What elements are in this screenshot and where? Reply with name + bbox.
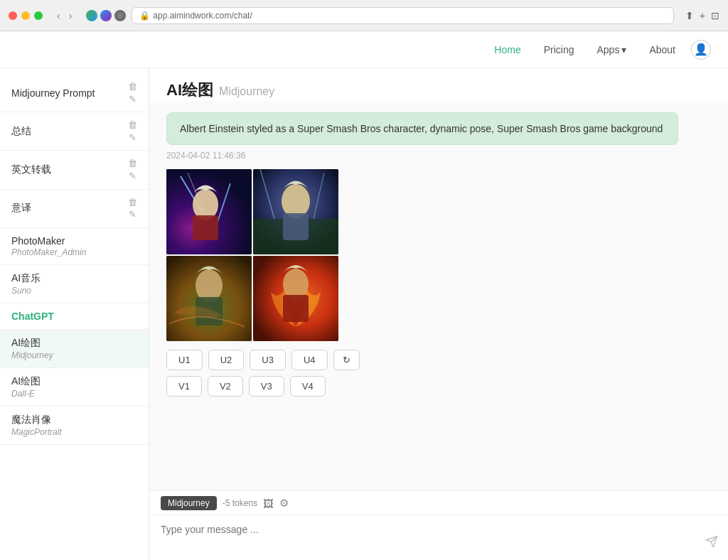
sidebar-item-magic-portrait[interactable]: 魔法肖像 MagicPortrait [0,406,149,445]
tab-favicon-3 [114,10,126,21]
tokens-label: -5 tokens [223,498,257,508]
input-area: Midjourney -5 tokens 🖼 ⚙ [149,490,728,560]
nav-links: Home Pricing Apps ▾ About 👤 [484,38,711,61]
main-layout: Midjourney Prompt 🗑 ✎ 总结 🗑 ✎ 英文转载 🗑 ✎ [0,68,728,560]
chat-area[interactable]: Albert Einstein styled as a Super Smash … [149,101,728,490]
delete-icon[interactable]: 🗑 [128,81,137,92]
content-area: AI绘图 Midjourney Albert Einstein styled a… [149,68,728,560]
nav-home[interactable]: Home [484,38,530,61]
nav-pricing[interactable]: Pricing [534,38,584,61]
message-timestamp: 2024-04-02 11:46:36 [166,151,711,161]
sidebar-item-midjourney-prompt[interactable]: Midjourney Prompt 🗑 ✎ [0,74,149,112]
tabs-button[interactable]: ⊡ [711,10,719,21]
v4-button[interactable]: V4 [290,376,326,397]
sidebar-item-ai-music[interactable]: AI音乐 Suno [0,265,149,303]
svg-rect-9 [283,213,309,240]
tab-favicon-2 [100,10,112,21]
delete-icon[interactable]: 🗑 [128,119,137,131]
svg-rect-5 [193,215,218,240]
sidebar-item-chatgpt[interactable]: ChatGPT [0,303,149,330]
u2-button[interactable]: U2 [208,350,245,370]
navbar: Home Pricing Apps ▾ About 👤 [0,31,728,68]
sidebar-item-ai-drawing-dalle[interactable]: AI绘图 Dall-E [0,368,149,406]
delete-icon[interactable]: 🗑 [128,158,137,169]
tab-favicon-1 [86,10,97,21]
close-button[interactable] [9,11,17,20]
nav-apps[interactable]: Apps ▾ [587,38,636,61]
lock-icon: 🔒 [139,11,150,21]
message-input[interactable] [149,515,728,558]
refresh-button[interactable]: ↻ [333,350,360,370]
url-text: app.aimindwork.com/chat/ [153,11,252,21]
input-wrapper [149,515,728,560]
image-cell-3 [166,256,252,341]
minimize-button[interactable] [21,11,30,20]
edit-icon[interactable]: ✎ [129,94,136,105]
sidebar-item-yingwen-zhuanzhao[interactable]: 英文转载 🗑 ✎ [0,151,149,189]
u4-button[interactable]: U4 [291,350,328,370]
browser-actions: ⬆ + ⊡ [685,10,719,21]
edit-icon[interactable]: ✎ [129,209,136,220]
user-icon[interactable]: 👤 [691,40,711,60]
settings-icon[interactable]: ⚙ [279,497,289,510]
page-title-sub: Midjourney [219,85,274,98]
content-header: AI绘图 Midjourney [149,68,728,101]
action-buttons-row-1: U1 U2 U3 U4 ↻ [166,350,711,370]
v2-button[interactable]: V2 [208,376,243,397]
nav-about[interactable]: About [639,38,685,61]
edit-icon[interactable]: ✎ [129,132,136,144]
edit-icon[interactable]: ✎ [129,171,136,182]
v3-button[interactable]: V3 [249,376,284,397]
forward-button[interactable]: › [66,9,75,23]
share-button[interactable]: ⬆ [685,10,694,21]
sidebar-item-ai-drawing-midjourney[interactable]: AI绘图 Midjourney [0,330,149,368]
chevron-down-icon: ▾ [621,44,626,55]
content-title: AI绘图 Midjourney [166,80,711,101]
image-cell-4 [253,256,338,341]
tab-bar [86,10,126,21]
send-button[interactable] [705,535,718,551]
sidebar-item-yiyi[interactable]: 意译 🗑 ✎ [0,190,149,228]
sidebar-item-zongjie[interactable]: 总结 🗑 ✎ [0,112,149,151]
delete-icon[interactable]: 🗑 [128,197,137,208]
image-cell-2 [253,169,338,254]
message-text: Albert Einstein styled as a Super Smash … [180,123,663,134]
sidebar: Midjourney Prompt 🗑 ✎ 总结 🗑 ✎ 英文转载 🗑 ✎ [0,68,149,560]
image-cell-1 [166,169,252,254]
u1-button[interactable]: U1 [166,350,203,370]
message-bubble: Albert Einstein styled as a Super Smash … [166,112,678,145]
input-toolbar: Midjourney -5 tokens 🖼 ⚙ [149,490,728,515]
u3-button[interactable]: U3 [250,350,286,370]
traffic-lights [9,11,43,20]
action-buttons-row-2: V1 V2 V3 V4 [166,376,711,397]
svg-rect-17 [283,295,309,322]
page-title-main: AI绘图 [166,80,213,101]
model-badge[interactable]: Midjourney [161,496,217,510]
back-button[interactable]: ‹ [54,9,63,23]
browser-controls: ‹ › [54,9,75,23]
address-bar[interactable]: 🔒 app.aimindwork.com/chat/ [132,7,673,24]
image-upload-icon[interactable]: 🖼 [263,497,274,510]
v1-button[interactable]: V1 [166,376,202,397]
image-grid [166,169,340,341]
browser-chrome: ‹ › 🔒 app.aimindwork.com/chat/ ⬆ + ⊡ [0,0,728,31]
sidebar-item-photomaker[interactable]: PhotoMaker PhotoMaker_Admin [0,228,149,265]
maximize-button[interactable] [34,11,43,20]
svg-point-8 [282,184,310,218]
new-tab-button[interactable]: + [700,10,705,21]
